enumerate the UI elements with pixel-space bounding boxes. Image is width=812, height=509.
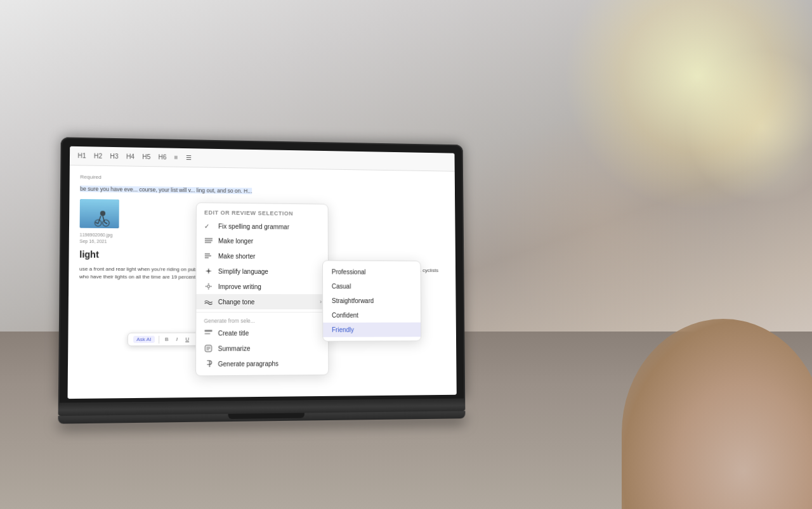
svg-rect-0 [80,199,119,228]
svg-rect-11 [204,330,212,332]
sparkle-icon [204,267,213,276]
context-menu-title: Edit or Review selection [197,207,328,221]
ask-ai-button[interactable]: Ask AI [133,336,155,343]
waves-icon [204,297,213,306]
lines-short-icon [204,251,213,260]
svg-rect-12 [204,333,210,334]
sparkle2-icon [204,282,213,291]
menu-item-make-shorter[interactable]: Make shorter [197,248,328,264]
underline-button[interactable]: U [183,335,191,344]
change-tone-submenu: Professional Casual Straightforward Conf… [322,261,421,342]
generate-section-label: Generate from sele... [196,315,328,325]
submenu-item-professional-label: Professional [332,268,366,275]
lines-icon [204,236,213,245]
toolbar-list[interactable]: ≡ [172,153,181,162]
required-label: Required [80,173,445,186]
submenu-item-confident-label: Confident [332,312,358,319]
submenu-item-professional[interactable]: Professional [323,264,421,279]
submenu-item-casual-label: Casual [332,283,351,290]
toolbar-h4[interactable]: H4 [124,151,137,161]
submenu-item-friendly[interactable]: Friendly [323,323,421,337]
bold-button[interactable]: B [163,335,171,344]
menu-item-make-longer[interactable]: Make longer [197,233,328,248]
menu-item-make-longer-label: Make longer [218,237,253,244]
menu-item-make-shorter-label: Make shorter [218,252,255,259]
title-icon [204,328,213,337]
submenu-item-straightforward[interactable]: Straightforward [323,293,421,308]
laptop-bezel: H1 H2 H3 H4 H5 H6 ≡ ☰ Required be sure y… [58,137,465,404]
submenu-item-friendly-label: Friendly [332,326,354,333]
menu-divider-1 [196,312,328,312]
paragraphs-icon [204,359,213,368]
menu-item-generate-paragraphs[interactable]: Generate paragraphs [196,356,328,372]
menu-item-create-title[interactable]: Create title [196,325,328,341]
context-menu: Edit or Review selection ✓ Fix spelling … [195,202,329,376]
toolbar-divider [159,335,159,343]
italic-button[interactable]: I [174,335,180,344]
menu-item-simplify-language[interactable]: Simplify language [197,263,328,279]
submenu-item-confident[interactable]: Confident [323,308,421,323]
highlighted-text: be sure you have eve... course, your lis… [80,186,252,195]
submenu-item-straightforward-label: Straightforward [332,297,374,304]
menu-item-summarize-label: Summarize [218,345,251,352]
menu-item-improve-writing-label: Improve writing [218,283,261,290]
menu-item-summarize[interactable]: Summarize [196,340,328,356]
menu-item-create-title-label: Create title [218,330,249,337]
laptop-screen: H1 H2 H3 H4 H5 H6 ≡ ☰ Required be sure y… [68,146,457,399]
menu-item-fix-spelling[interactable]: ✓ Fix spelling and grammar [197,219,328,234]
menu-item-generate-paragraphs-label: Generate paragraphs [218,360,278,368]
menu-item-simplify-language-label: Simplify language [218,267,268,274]
summary-icon [204,344,213,353]
svg-point-10 [207,285,210,288]
arrow-right-icon: › [320,299,322,305]
toolbar-h6[interactable]: H6 [155,152,169,162]
check-icon: ✓ [204,222,213,229]
menu-item-change-tone-label: Change tone [218,298,255,305]
menu-item-change-tone[interactable]: Change tone › [196,294,328,309]
toolbar-h2[interactable]: H2 [91,151,105,160]
toolbar-h3[interactable]: H3 [107,151,121,161]
submenu-item-casual[interactable]: Casual [323,279,421,293]
menu-item-improve-writing[interactable]: Improve writing [196,279,328,294]
editor-text-1: be sure you have eve... course, your lis… [80,185,445,198]
menu-item-fix-spelling-label: Fix spelling and grammar [218,223,289,231]
toolbar-h5[interactable]: H5 [140,152,153,162]
toolbar-h1[interactable]: H1 [75,151,89,161]
editor-image [80,199,119,228]
toolbar-ordered-list[interactable]: ☰ [183,153,194,162]
laptop: H1 H2 H3 H4 H5 H6 ≡ ☰ Required be sure y… [58,137,465,423]
